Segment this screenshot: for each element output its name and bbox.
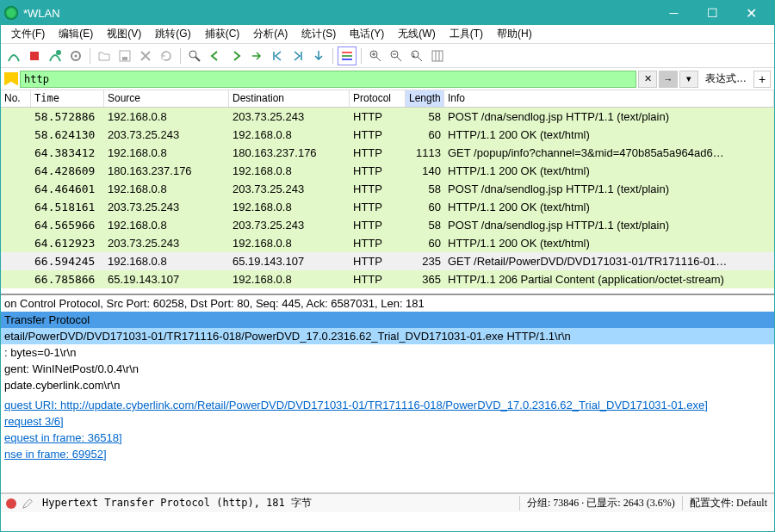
capture-options-icon[interactable] xyxy=(66,46,85,65)
separator xyxy=(361,48,362,64)
menu-bar: 文件(F) 编辑(E) 视图(V) 跳转(G) 捕获(C) 分析(A) 统计(S… xyxy=(1,25,774,44)
detail-line[interactable]: quest URI: http://update.cyberlink.com/R… xyxy=(1,397,774,413)
minimize-button[interactable]: ─ xyxy=(654,1,693,25)
separator xyxy=(180,48,181,64)
go-back-icon[interactable] xyxy=(206,46,225,65)
zoom-out-icon[interactable] xyxy=(387,46,406,65)
svg-text:1: 1 xyxy=(412,53,416,58)
app-icon xyxy=(4,6,18,20)
svg-rect-14 xyxy=(432,51,443,61)
table-row[interactable]: 64.383412192.168.0.8180.163.237.176HTTP1… xyxy=(1,144,774,162)
menu-stats[interactable]: 统计(S) xyxy=(294,25,343,43)
table-row[interactable]: 66.594245192.168.0.865.19.143.107HTTP235… xyxy=(1,252,774,270)
svg-rect-9 xyxy=(342,59,352,60)
find-icon[interactable] xyxy=(185,46,204,65)
filter-history-button[interactable]: ▾ xyxy=(679,71,698,88)
col-protocol[interactable]: Protocol xyxy=(350,90,406,107)
bookmark-icon[interactable] xyxy=(4,72,18,86)
table-row[interactable]: 58.624130203.73.25.243192.168.0.8HTTP60H… xyxy=(1,126,774,144)
col-time[interactable]: Time xyxy=(31,90,104,107)
svg-rect-8 xyxy=(342,55,352,57)
close-button[interactable]: ✕ xyxy=(732,1,771,25)
colorize-icon[interactable] xyxy=(338,46,356,65)
status-main: Hypertext Transfer Protocol (http), 181 … xyxy=(39,496,519,510)
resize-columns-icon[interactable] xyxy=(428,46,447,65)
add-filter-button[interactable]: + xyxy=(753,71,771,88)
table-row[interactable]: 64.565966192.168.0.8203.73.25.243HTTP58P… xyxy=(1,216,774,234)
auto-scroll-icon[interactable] xyxy=(309,46,328,65)
detail-line[interactable]: pdate.cyberlink.com\r\n xyxy=(1,377,774,393)
table-row[interactable]: 58.572886192.168.0.8203.73.25.243HTTP58P… xyxy=(1,108,774,126)
svg-point-3 xyxy=(75,54,78,57)
packet-list-header: No. Time Source Destination Protocol Len… xyxy=(1,90,774,108)
status-packets: 分组: 73846 · 已显示: 2643 (3.6%) xyxy=(519,496,682,510)
packet-detail[interactable]: on Control Protocol, Src Port: 60258, Ds… xyxy=(1,295,774,493)
packet-list[interactable]: No. Time Source Destination Protocol Len… xyxy=(1,90,774,295)
col-length[interactable]: Length xyxy=(406,90,444,107)
go-to-icon[interactable] xyxy=(247,46,266,65)
zoom-reset-icon[interactable]: 1 xyxy=(407,46,426,65)
zoom-in-icon[interactable] xyxy=(366,46,385,65)
edit-icon[interactable] xyxy=(22,498,34,510)
detail-line[interactable]: : bytes=0-1\r\n xyxy=(1,344,774,361)
svg-point-6 xyxy=(189,51,196,58)
maximize-button[interactable]: ☐ xyxy=(693,1,732,25)
detail-line[interactable]: on Control Protocol, Src Port: 60258, Ds… xyxy=(1,295,774,312)
restart-capture-icon[interactable] xyxy=(46,46,65,65)
detail-line[interactable]: equest in frame: 36518] xyxy=(1,430,774,446)
go-forward-icon[interactable] xyxy=(226,46,245,65)
menu-capture[interactable]: 捕获(C) xyxy=(198,25,247,43)
menu-go[interactable]: 跳转(G) xyxy=(148,25,197,43)
filter-bar: ✕ → ▾ 表达式… + xyxy=(1,68,774,90)
expert-info-icon[interactable] xyxy=(6,498,16,509)
expression-button[interactable]: 表达式… xyxy=(700,71,752,86)
table-row[interactable]: 64.518161203.73.25.243192.168.0.8HTTP60H… xyxy=(1,198,774,216)
menu-tools[interactable]: 工具(T) xyxy=(443,25,490,43)
toolbar: 1 xyxy=(1,44,774,68)
menu-help[interactable]: 帮助(H) xyxy=(490,25,539,43)
menu-edit[interactable]: 编辑(E) xyxy=(52,25,100,43)
menu-telephony[interactable]: 电话(Y) xyxy=(343,25,391,43)
detail-line[interactable]: nse in frame: 69952] xyxy=(1,446,774,462)
detail-line[interactable]: Transfer Protocol xyxy=(1,312,774,328)
col-source[interactable]: Source xyxy=(104,90,229,107)
clear-filter-button[interactable]: ✕ xyxy=(638,71,657,88)
table-row[interactable]: 64.428609180.163.237.176192.168.0.8HTTP1… xyxy=(1,162,774,180)
col-no[interactable]: No. xyxy=(1,90,31,107)
detail-line[interactable]: request 3/6] xyxy=(1,413,774,430)
status-profile[interactable]: 配置文件: Default xyxy=(682,496,774,510)
separator xyxy=(90,48,90,64)
menu-file[interactable]: 文件(F) xyxy=(4,25,52,43)
separator xyxy=(332,48,333,64)
go-first-icon[interactable] xyxy=(268,46,287,65)
col-destination[interactable]: Destination xyxy=(229,90,350,107)
save-file-icon[interactable] xyxy=(115,46,134,65)
col-info[interactable]: Info xyxy=(444,90,774,107)
packet-list-body[interactable]: 58.572886192.168.0.8203.73.25.243HTTP58P… xyxy=(1,108,774,295)
detail-line[interactable]: etail/PowerDVD/DVD171031-01/TR171116-018… xyxy=(1,328,774,344)
menu-wireless[interactable]: 无线(W) xyxy=(391,25,442,43)
svg-rect-0 xyxy=(30,52,39,60)
reload-icon[interactable] xyxy=(157,46,176,65)
table-row[interactable]: 64.612923203.73.25.243192.168.0.8HTTP60H… xyxy=(1,234,774,252)
svg-rect-7 xyxy=(342,52,352,53)
window-title: *WLAN xyxy=(23,7,654,20)
menu-analyze[interactable]: 分析(A) xyxy=(246,25,294,43)
start-capture-icon[interactable] xyxy=(4,46,23,65)
go-last-icon[interactable] xyxy=(288,46,307,65)
menu-view[interactable]: 视图(V) xyxy=(100,25,148,43)
table-row[interactable]: 64.464601192.168.0.8203.73.25.243HTTP58P… xyxy=(1,180,774,198)
svg-rect-5 xyxy=(122,57,127,60)
title-bar: *WLAN ─ ☐ ✕ xyxy=(1,1,774,25)
detail-line[interactable]: gent: WinINetPost/0.0.4\r\n xyxy=(1,361,774,377)
close-file-icon[interactable] xyxy=(136,46,155,65)
status-bar: Hypertext Transfer Protocol (http), 181 … xyxy=(1,493,774,512)
apply-filter-button[interactable]: → xyxy=(659,71,678,88)
display-filter-input[interactable] xyxy=(20,71,636,88)
svg-point-1 xyxy=(56,50,61,55)
table-row[interactable]: 66.78586665.19.143.107192.168.0.8HTTP365… xyxy=(1,270,774,288)
stop-capture-icon[interactable] xyxy=(25,46,44,65)
open-file-icon[interactable] xyxy=(95,46,114,65)
